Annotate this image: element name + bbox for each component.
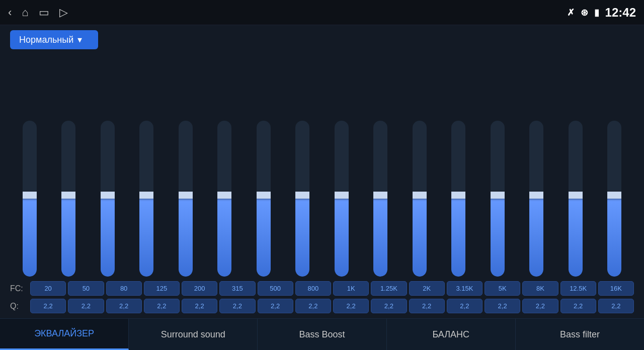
q-btn-7[interactable]: 2,2 — [295, 299, 331, 313]
slider-fill-11 — [451, 199, 465, 277]
q-btn-2[interactable]: 2,2 — [106, 299, 142, 313]
slider-track-8[interactable] — [335, 121, 349, 277]
preset-label: Нормальный — [19, 35, 73, 45]
q-btn-10[interactable]: 2,2 — [409, 299, 445, 313]
bluetooth-icon: ✗ — [567, 7, 575, 18]
q-label: Q: — [10, 302, 30, 311]
q-btn-12[interactable]: 2,2 — [485, 299, 520, 313]
tab-equalizer[interactable]: ЭКВАЛАЙЗЕР — [0, 319, 129, 350]
q-btn-11[interactable]: 2,2 — [447, 299, 482, 313]
dropdown-icon: ▾ — [77, 34, 82, 45]
slider-handle-12[interactable] — [491, 192, 505, 199]
eq-sliders — [10, 58, 634, 279]
q-btn-3[interactable]: 2,2 — [144, 299, 180, 313]
slider-handle-10[interactable] — [413, 192, 427, 199]
q-btn-8[interactable]: 2,2 — [333, 299, 369, 313]
slider-fill-0 — [23, 199, 37, 277]
slider-handle-4[interactable] — [179, 192, 193, 199]
slider-track-2[interactable] — [101, 121, 115, 277]
slider-track-5[interactable] — [217, 121, 231, 277]
slider-track-10[interactable] — [413, 121, 427, 277]
slider-track-1[interactable] — [61, 121, 75, 277]
time-display: 12:42 — [605, 6, 636, 20]
q-btn-15[interactable]: 2,2 — [598, 299, 634, 313]
fc-btn-5[interactable]: 315 — [219, 281, 255, 296]
slider-column-15 — [595, 121, 634, 277]
q-btn-6[interactable]: 2,2 — [258, 299, 293, 313]
fc-btn-9[interactable]: 1.25K — [371, 281, 407, 296]
slider-handle-3[interactable] — [139, 192, 153, 199]
fc-btn-7[interactable]: 800 — [295, 281, 331, 296]
slider-track-7[interactable] — [295, 121, 309, 277]
tab-bassboost[interactable]: Bass Boost — [258, 319, 386, 350]
main-content: Нормальный ▾ FC: 2050801252003155008001K… — [0, 25, 644, 318]
slider-track-4[interactable] — [179, 121, 193, 277]
slider-track-14[interactable] — [569, 121, 583, 277]
back-icon[interactable]: ‹ — [8, 6, 12, 19]
fc-btn-1[interactable]: 50 — [68, 281, 104, 296]
fc-btn-14[interactable]: 12.5K — [560, 281, 596, 296]
slider-column-2 — [88, 121, 127, 277]
slider-handle-5[interactable] — [217, 192, 231, 199]
slider-column-10 — [400, 121, 439, 277]
slider-handle-6[interactable] — [257, 192, 271, 199]
slider-fill-1 — [61, 199, 75, 277]
slider-handle-15[interactable] — [607, 192, 621, 199]
slider-column-1 — [49, 121, 89, 277]
slider-column-5 — [205, 121, 245, 277]
q-btn-4[interactable]: 2,2 — [182, 299, 217, 313]
slider-handle-0[interactable] — [23, 192, 37, 199]
slider-track-9[interactable] — [373, 121, 387, 277]
tab-surround[interactable]: Surround sound — [129, 319, 258, 350]
slider-fill-14 — [569, 199, 583, 277]
tab-bassfilter[interactable]: Bass filter — [516, 319, 644, 350]
fc-btn-8[interactable]: 1K — [333, 281, 369, 296]
slider-handle-7[interactable] — [295, 192, 309, 199]
q-btn-5[interactable]: 2,2 — [219, 299, 255, 313]
fc-btn-15[interactable]: 16K — [598, 281, 634, 296]
play-icon[interactable]: ▷ — [59, 6, 68, 19]
q-btn-14[interactable]: 2,2 — [560, 299, 596, 313]
preset-button[interactable]: Нормальный ▾ — [10, 30, 98, 49]
wifi-icon: ⊛ — [581, 7, 588, 18]
nav-icons: ‹ ⌂ ▭ ▷ — [8, 6, 68, 19]
q-btn-13[interactable]: 2,2 — [522, 299, 558, 313]
fc-btn-3[interactable]: 125 — [144, 281, 180, 296]
layers-icon[interactable]: ▭ — [39, 6, 49, 19]
slider-track-11[interactable] — [451, 121, 465, 277]
fc-btn-10[interactable]: 2K — [409, 281, 445, 296]
q-row: Q: 2,22,22,22,22,22,22,22,22,22,22,22,22… — [10, 299, 634, 313]
slider-column-7 — [283, 121, 323, 277]
q-btn-9[interactable]: 2,2 — [371, 299, 407, 313]
slider-fill-8 — [335, 199, 349, 277]
fc-btn-2[interactable]: 80 — [106, 281, 142, 296]
slider-track-13[interactable] — [529, 121, 543, 277]
fc-btn-12[interactable]: 5K — [485, 281, 520, 296]
fc-btn-11[interactable]: 3.15K — [447, 281, 482, 296]
slider-handle-1[interactable] — [61, 192, 75, 199]
fc-btn-0[interactable]: 20 — [30, 281, 66, 296]
q-btn-0[interactable]: 2,2 — [30, 299, 66, 313]
slider-handle-8[interactable] — [335, 192, 349, 199]
fc-label: FC: — [10, 284, 30, 293]
slider-track-15[interactable] — [607, 121, 621, 277]
slider-track-6[interactable] — [257, 121, 271, 277]
slider-track-12[interactable] — [491, 121, 505, 277]
slider-handle-11[interactable] — [451, 192, 465, 199]
fc-btn-4[interactable]: 200 — [182, 281, 217, 296]
slider-handle-14[interactable] — [569, 192, 583, 199]
fc-btn-13[interactable]: 8K — [522, 281, 558, 296]
q-btn-1[interactable]: 2,2 — [68, 299, 104, 313]
tab-balance[interactable]: БАЛАНС — [387, 319, 516, 350]
slider-handle-2[interactable] — [101, 192, 115, 199]
slider-column-9 — [361, 121, 400, 277]
slider-handle-9[interactable] — [373, 192, 387, 199]
slider-handle-13[interactable] — [529, 192, 543, 199]
status-bar: ‹ ⌂ ▭ ▷ ✗ ⊛ ▮ 12:42 — [0, 0, 644, 25]
home-icon[interactable]: ⌂ — [22, 6, 28, 19]
slider-track-0[interactable] — [23, 121, 37, 277]
slider-column-13 — [517, 121, 556, 277]
slider-track-3[interactable] — [139, 121, 153, 277]
slider-column-14 — [556, 121, 595, 277]
fc-btn-6[interactable]: 500 — [258, 281, 293, 296]
